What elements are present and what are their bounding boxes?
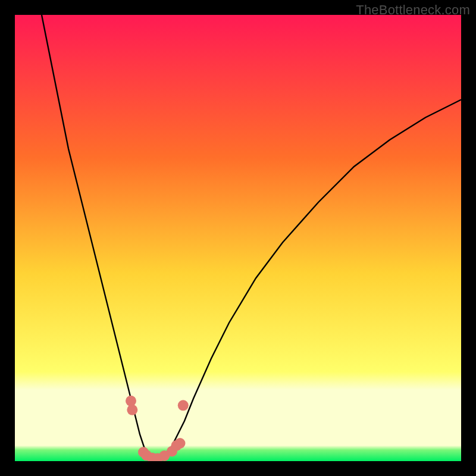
data-marker (178, 400, 189, 411)
chart-frame: TheBottleneck.com (0, 0, 476, 476)
gradient-background (15, 15, 461, 461)
plot-svg (15, 15, 461, 461)
data-marker (127, 405, 137, 415)
data-marker (175, 438, 186, 449)
plot-area (15, 15, 461, 461)
watermark-text: TheBottleneck.com (356, 2, 470, 18)
